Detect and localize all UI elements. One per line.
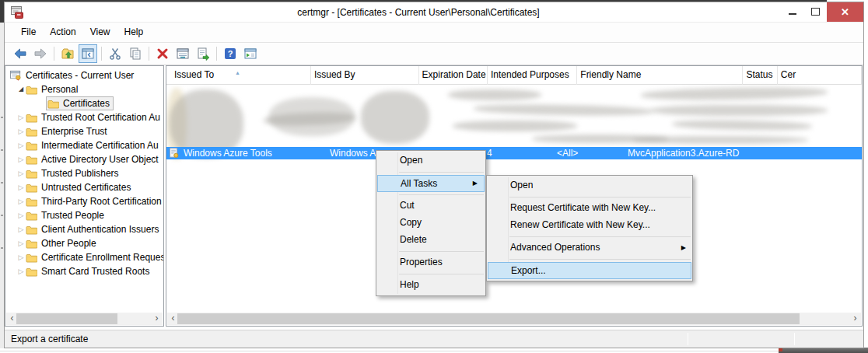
tree-item-certificate-enrollment-reques[interactable]: ▷Certificate Enrollment Reques: [5, 250, 163, 264]
scrollbar-thumb[interactable]: [16, 313, 117, 324]
menu-item-export[interactable]: Export...: [488, 262, 691, 279]
certificate-row-selected[interactable]: Windows Azure Tools Windows A 4 <All> Mv…: [166, 147, 863, 159]
cell-friendly-name: MvcApplication3.Azure-RD: [628, 147, 739, 159]
menu-item-label: Open: [400, 155, 422, 166]
menu-item-delete[interactable]: Delete: [376, 232, 485, 249]
menu-item-copy[interactable]: Copy: [376, 215, 485, 232]
collapsed-arrow-icon[interactable]: ▷: [16, 264, 26, 278]
tree-item-enterprise-trust[interactable]: ▷Enterprise Trust: [5, 124, 163, 138]
show-console-tree-button[interactable]: [79, 44, 97, 63]
tree-item-untrusted-certificates[interactable]: ▷Untrusted Certificates: [5, 180, 163, 194]
redacted-smudge: [361, 91, 429, 144]
tree-item-client-authentication-issuers[interactable]: ▷Client Authentication Issuers: [5, 222, 163, 236]
tree-horizontal-scrollbar[interactable]: ‹ ›: [6, 313, 163, 325]
collapsed-arrow-icon[interactable]: ▷: [16, 166, 26, 180]
back-button[interactable]: [11, 44, 30, 63]
menu-item-all-tasks[interactable]: All Tasks▶: [377, 175, 485, 192]
background-artifact: [1, 117, 3, 118]
tree-item-label: Certificates - Current User: [26, 68, 134, 82]
column-header-issued-by[interactable]: Issued By: [311, 66, 419, 85]
export-list-button[interactable]: [194, 44, 212, 63]
tree-item-other-people[interactable]: ▷Other People: [5, 236, 163, 250]
tree-item-active-directory-user-object[interactable]: ▷Active Directory User Object: [5, 152, 163, 166]
menu-item-open[interactable]: Open: [376, 152, 485, 170]
minimize-button[interactable]: [782, 2, 804, 22]
folder-icon: [26, 238, 37, 249]
copy-button[interactable]: [126, 44, 145, 63]
column-header-label: Intended Purposes: [491, 69, 569, 80]
tree-item-smart-card-trusted-roots[interactable]: ▷Smart Card Trusted Roots: [5, 264, 163, 278]
menu-view[interactable]: View: [83, 23, 117, 42]
column-header-friendly-name[interactable]: Friendly Name: [577, 66, 743, 85]
column-header-label: Friendly Name: [580, 69, 641, 80]
delete-icon: [156, 47, 170, 61]
collapsed-arrow-icon[interactable]: ▷: [16, 124, 26, 138]
collapsed-arrow-icon[interactable]: ▷: [16, 152, 26, 166]
list-column-headers: Issued To▲Issued ByExpiration DateIntend…: [166, 66, 862, 85]
tree-item-label: Active Directory User Object: [41, 152, 159, 166]
properties-button[interactable]: [173, 44, 192, 63]
column-header-label: Issued By: [314, 69, 355, 80]
collapsed-arrow-icon[interactable]: ▷: [16, 110, 26, 124]
title-bar[interactable]: certmgr - [Certificates - Current User\P…: [5, 2, 863, 23]
expanded-arrow-icon[interactable]: ◢: [16, 82, 26, 96]
tree-item-label: Smart Card Trusted Roots: [41, 264, 149, 278]
tree-item-intermediate-certification-au[interactable]: ▷Intermediate Certification Au: [5, 138, 163, 152]
submenu-arrow-icon: ▶: [681, 239, 686, 256]
folder-icon: [26, 196, 37, 207]
column-header-cer[interactable]: Cer: [778, 66, 862, 85]
up-one-level-button[interactable]: [58, 44, 77, 63]
tree-item-certificates-current-user[interactable]: Certificates - Current User: [5, 68, 163, 82]
column-header-expiration-date[interactable]: Expiration Date: [419, 66, 488, 85]
help-button[interactable]: ?: [221, 44, 240, 63]
menu-item-help[interactable]: Help: [376, 277, 485, 294]
delete-button[interactable]: [153, 44, 172, 63]
collapsed-arrow-icon[interactable]: ▷: [16, 250, 26, 264]
maximize-button[interactable]: [804, 2, 827, 22]
tree-item-trusted-root-certification-au[interactable]: ▷Trusted Root Certification Au: [5, 110, 163, 124]
menu-item-properties[interactable]: Properties: [376, 254, 485, 271]
tree-item-personal[interactable]: ◢Personal: [5, 82, 163, 96]
column-header-intended-purposes[interactable]: Intended Purposes: [488, 66, 577, 85]
cell-issued-to: Windows Azure Tools: [184, 147, 272, 159]
column-header-status[interactable]: Status: [743, 66, 777, 85]
tree-item-trusted-people[interactable]: ▷Trusted People: [5, 208, 163, 222]
tree-item-label: Client Authentication Issuers: [41, 222, 159, 236]
menu-item-label: Properties: [400, 257, 443, 267]
cell-intended-purposes: <All>: [557, 147, 578, 159]
column-header-issued-to[interactable]: Issued To▲: [166, 66, 311, 85]
menu-item-renew-certificate-with-new-key[interactable]: Renew Certificate with New Key...: [487, 217, 692, 234]
console-tree: Certificates - Current User◢PersonalCert…: [5, 66, 163, 313]
tree-item-label: Trusted People: [41, 208, 104, 222]
menu-help[interactable]: Help: [117, 23, 151, 42]
tree-item-certificates[interactable]: Certificates: [5, 96, 163, 110]
collapsed-arrow-icon[interactable]: ▷: [16, 208, 26, 222]
tree-item-trusted-publishers[interactable]: ▷Trusted Publishers: [5, 166, 163, 180]
close-button[interactable]: ✕: [827, 2, 863, 22]
scroll-right-icon[interactable]: ›: [151, 313, 163, 325]
show-console-tree-icon: [81, 47, 95, 61]
menu-item-advanced-operations[interactable]: Advanced Operations▶: [487, 239, 692, 257]
collapsed-arrow-icon[interactable]: ▷: [16, 138, 26, 152]
menu-item-open[interactable]: Open: [487, 177, 692, 194]
background-taskbar-edge: [779, 348, 868, 353]
forward-button[interactable]: [31, 44, 50, 63]
background-artifact: [1, 149, 3, 151]
collapsed-arrow-icon[interactable]: ▷: [16, 222, 26, 236]
cut-button[interactable]: [106, 44, 124, 63]
menu-action[interactable]: Action: [43, 23, 82, 42]
list-horizontal-scrollbar[interactable]: ‹ ›: [167, 313, 861, 325]
scrollbar-thumb[interactable]: [177, 313, 800, 324]
menu-item-cut[interactable]: Cut: [376, 197, 485, 215]
tree-item-third-party-root-certification[interactable]: ▷Third-Party Root Certification: [5, 194, 163, 208]
menu-item-label: Open: [510, 180, 533, 190]
show-action-pane-button[interactable]: [241, 44, 260, 63]
folder-icon: [26, 112, 37, 123]
scroll-right-icon[interactable]: ›: [849, 313, 861, 325]
collapsed-arrow-icon[interactable]: ▷: [16, 180, 26, 194]
collapsed-arrow-icon[interactable]: ▷: [16, 194, 26, 208]
context-menu: OpenAll Tasks▶CutCopyDeletePropertiesHel…: [376, 150, 486, 296]
collapsed-arrow-icon[interactable]: ▷: [16, 236, 26, 250]
menu-item-request-certificate-with-new-key[interactable]: Request Certificate with New Key...: [487, 200, 692, 217]
menu-file[interactable]: File: [14, 23, 43, 42]
